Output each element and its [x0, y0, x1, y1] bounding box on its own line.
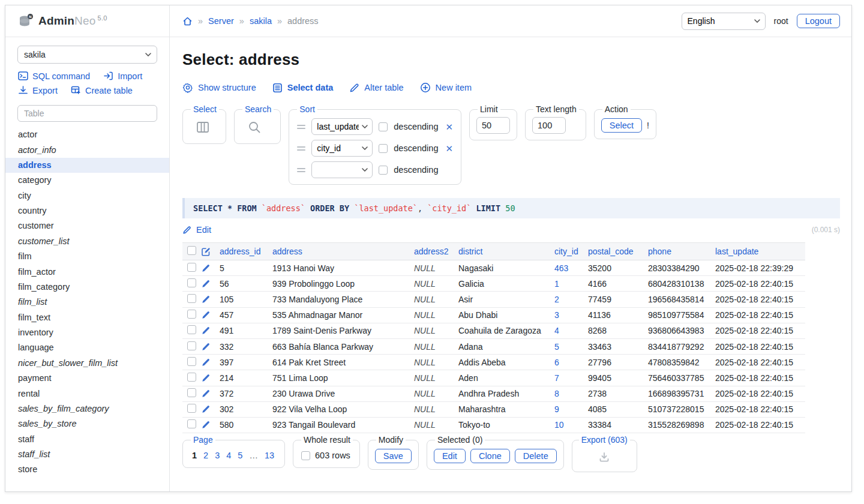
row-checkbox[interactable]: [187, 404, 196, 413]
tab-show-structure[interactable]: Show structure: [182, 82, 256, 93]
tab-alter-table[interactable]: Alter table: [349, 83, 403, 93]
row-checkbox[interactable]: [187, 341, 196, 350]
column-header-link[interactable]: city_id: [554, 247, 578, 256]
delete-selected-button[interactable]: Delete: [515, 449, 557, 463]
sidebar-table-item[interactable]: nicer_but_slower_film_list: [5, 356, 169, 371]
page-link[interactable]: 5: [238, 451, 242, 460]
language-select[interactable]: English: [682, 13, 766, 30]
search-button[interactable]: [246, 119, 263, 136]
create-table-link[interactable]: Create table: [71, 85, 133, 95]
sidebar-table-item[interactable]: customer_list: [5, 234, 169, 249]
column-header-link[interactable]: district: [458, 247, 482, 256]
sidebar-table-item[interactable]: language: [5, 340, 169, 355]
sort-column-select[interactable]: last_update: [311, 118, 373, 135]
row-edit-icon[interactable]: [201, 389, 215, 398]
row-checkbox[interactable]: [187, 419, 196, 428]
city-id-link[interactable]: 10: [554, 420, 564, 430]
city-id-link[interactable]: 3: [554, 310, 559, 320]
sidebar-table-item[interactable]: address: [5, 158, 169, 173]
sidebar-table-item[interactable]: sales_by_store: [5, 416, 169, 431]
export-link[interactable]: Export: [18, 85, 58, 95]
columns-button[interactable]: [194, 119, 211, 136]
row-edit-icon[interactable]: [201, 326, 215, 335]
row-checkbox[interactable]: [187, 278, 196, 287]
tab-new-item[interactable]: New item: [420, 82, 472, 93]
city-id-link[interactable]: 2: [554, 295, 559, 304]
sidebar-table-item[interactable]: category: [5, 173, 169, 188]
descending-checkbox[interactable]: [379, 144, 388, 153]
column-header-link[interactable]: address2: [414, 247, 449, 256]
row-checkbox[interactable]: [187, 325, 196, 334]
row-checkbox[interactable]: [187, 294, 196, 303]
row-checkbox[interactable]: [187, 357, 196, 366]
sidebar-table-item[interactable]: actor_info: [5, 142, 169, 157]
import-link[interactable]: Import: [103, 71, 142, 81]
row-checkbox[interactable]: [187, 388, 196, 397]
sidebar-table-item[interactable]: payment: [5, 371, 169, 386]
page-legend[interactable]: Page: [191, 435, 215, 445]
limit-input[interactable]: [476, 117, 510, 134]
edit-selected-button[interactable]: Edit: [434, 449, 466, 463]
page-link[interactable]: 3: [215, 451, 220, 460]
city-id-link[interactable]: 9: [554, 404, 559, 414]
city-id-link[interactable]: 7: [554, 373, 559, 383]
save-button[interactable]: Save: [375, 449, 412, 463]
text-length-input[interactable]: [532, 117, 566, 134]
sidebar-table-item[interactable]: actor: [5, 127, 169, 142]
sort-legend[interactable]: Sort: [297, 104, 317, 114]
sidebar-table-item[interactable]: film: [5, 249, 169, 264]
row-edit-icon[interactable]: [201, 263, 215, 273]
row-checkbox[interactable]: [187, 310, 196, 319]
city-id-link[interactable]: 1: [554, 279, 559, 289]
edit-query-link[interactable]: Edit: [182, 225, 211, 235]
remove-sort-icon[interactable]: ✕: [445, 122, 453, 131]
select-action-button[interactable]: Select: [601, 118, 642, 133]
clone-selected-button[interactable]: Clone: [470, 449, 510, 463]
sidebar-table-item[interactable]: film_list: [5, 295, 169, 310]
column-header-link[interactable]: last_update: [715, 247, 758, 256]
table-filter-input[interactable]: [17, 105, 157, 122]
drag-handle-icon[interactable]: [297, 146, 305, 151]
export-download-button[interactable]: [597, 450, 611, 464]
column-header-link[interactable]: address: [272, 247, 302, 256]
row-edit-icon[interactable]: [201, 404, 215, 414]
city-id-link[interactable]: 6: [554, 358, 559, 367]
page-link[interactable]: 2: [203, 451, 208, 460]
sort-column-select[interactable]: city_id: [311, 140, 373, 157]
sidebar-table-item[interactable]: film_text: [5, 310, 169, 325]
sort-column-select[interactable]: [311, 161, 373, 178]
search-legend[interactable]: Search: [242, 104, 274, 114]
row-checkbox[interactable]: [187, 263, 196, 272]
row-edit-icon[interactable]: [201, 342, 215, 352]
export-legend[interactable]: Export (603): [579, 435, 630, 445]
database-select[interactable]: sakila: [17, 46, 157, 64]
row-edit-icon[interactable]: [201, 295, 215, 304]
whole-result-checkbox[interactable]: [301, 451, 310, 460]
column-header-link[interactable]: postal_code: [588, 247, 634, 256]
drag-handle-icon[interactable]: [297, 125, 305, 129]
row-edit-icon[interactable]: [201, 358, 215, 367]
city-id-link[interactable]: 8: [554, 389, 559, 398]
city-id-link[interactable]: 5: [554, 342, 559, 352]
sidebar-table-item[interactable]: country: [5, 203, 169, 218]
page-link[interactable]: 13: [265, 451, 274, 460]
remove-sort-icon[interactable]: ✕: [445, 144, 453, 153]
drag-handle-icon[interactable]: [297, 168, 305, 172]
column-header-link[interactable]: address_id: [220, 247, 261, 256]
row-edit-icon[interactable]: [201, 373, 215, 383]
page-link[interactable]: 4: [226, 451, 231, 460]
select-legend[interactable]: Select: [191, 104, 219, 114]
select-all-checkbox[interactable]: [187, 246, 196, 255]
sidebar-table-item[interactable]: film_actor: [5, 264, 169, 279]
sidebar-table-item[interactable]: film_category: [5, 280, 169, 295]
breadcrumb-database-link[interactable]: sakila: [250, 16, 272, 26]
city-id-link[interactable]: 4: [554, 326, 559, 335]
sidebar-table-item[interactable]: city: [5, 188, 169, 203]
descending-checkbox[interactable]: [379, 166, 388, 175]
sidebar-table-item[interactable]: rental: [5, 386, 169, 401]
sidebar-table-item[interactable]: sales_by_film_category: [5, 401, 169, 416]
breadcrumb-server-link[interactable]: Server: [208, 16, 234, 26]
logout-button[interactable]: Logout: [797, 14, 840, 28]
sidebar-table-item[interactable]: staff: [5, 432, 169, 447]
modify-all-icon[interactable]: [201, 247, 215, 257]
